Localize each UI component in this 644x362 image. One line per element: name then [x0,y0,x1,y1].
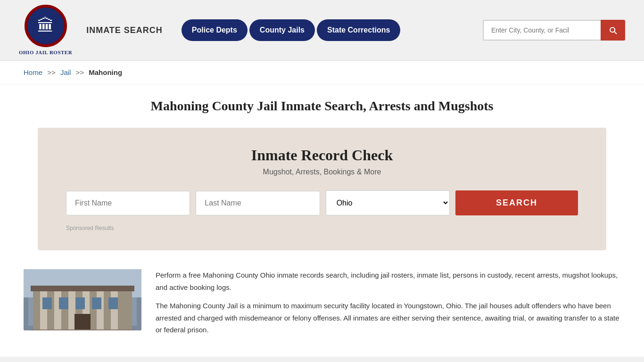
state-select[interactable]: Ohio Alabama Alaska Arizona California [326,190,450,215]
svg-rect-17 [31,329,134,330]
header-search-area [483,20,625,41]
inmate-search-button[interactable]: SEARCH [455,190,578,215]
svg-rect-9 [111,290,118,330]
svg-rect-13 [75,297,85,309]
svg-rect-6 [68,290,75,330]
nav-state-corrections[interactable]: State Corrections [317,19,400,41]
main-content: Mahoning County Jail Inmate Search, Arre… [0,84,644,357]
svg-rect-14 [92,297,101,309]
svg-rect-4 [40,290,47,330]
svg-rect-5 [54,290,61,330]
breadcrumb-jail[interactable]: Jail [60,68,71,76]
svg-rect-11 [42,297,52,309]
first-name-input[interactable] [66,191,190,215]
site-header: 🏛 Ohio Jail Roster INMATE SEARCH Police … [0,0,644,61]
logo-circle: 🏛 [25,5,67,47]
page-title: Mahoning County Jail Inmate Search, Arre… [19,99,625,114]
svg-rect-16 [74,314,91,330]
breadcrumb-sep-1: >> [47,68,56,76]
inmate-search-form: Ohio Alabama Alaska Arizona California S… [66,190,578,215]
breadcrumb-sep-2: >> [76,68,84,76]
description-paragraph-1: Perform a free Mahoning County Ohio inma… [156,269,620,293]
header-search-button[interactable] [601,20,625,41]
bottom-section: Perform a free Mahoning County Ohio inma… [0,260,644,357]
svg-rect-10 [31,286,134,291]
description-text: Perform a free Mahoning County Ohio inma… [156,269,620,343]
record-check-subtitle: Mugshot, Arrests, Bookings & More [66,168,578,176]
last-name-input[interactable] [196,191,320,215]
sponsored-label: Sponsored Results [66,225,578,231]
breadcrumb-current: Mahoning [89,68,122,76]
breadcrumb-home[interactable]: Home [24,68,42,76]
inmate-search-label: INMATE SEARCH [86,25,163,35]
svg-rect-8 [97,290,104,330]
site-logo[interactable]: 🏛 Ohio Jail Roster [19,5,72,56]
search-icon [608,25,618,35]
header-search-input[interactable] [483,20,601,41]
main-nav: Police Depts County Jails State Correcti… [182,19,401,41]
logo-icon: 🏛 [37,17,54,34]
breadcrumb-bar: Home >> Jail >> Mahoning [0,61,644,84]
jail-building-svg [24,269,141,330]
record-check-box: Inmate Record Check Mugshot, Arrests, Bo… [38,128,606,250]
page-title-section: Mahoning County Jail Inmate Search, Arre… [0,84,644,118]
description-paragraph-2: The Mahoning County Jail is a minimum to… [156,300,620,336]
svg-rect-12 [59,297,68,309]
jail-image [24,269,141,330]
svg-rect-15 [108,297,118,309]
logo-text: Ohio Jail Roster [19,49,72,56]
nav-police-depts[interactable]: Police Depts [182,19,248,41]
record-check-title: Inmate Record Check [66,147,578,164]
nav-county-jails[interactable]: County Jails [249,19,315,41]
breadcrumb: Home >> Jail >> Mahoning [24,68,620,76]
